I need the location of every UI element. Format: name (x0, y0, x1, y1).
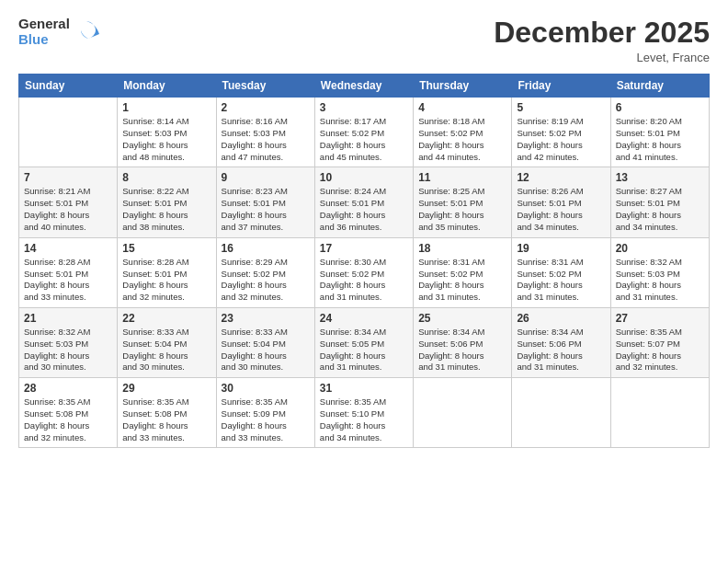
day-number: 18 (418, 242, 506, 255)
header: General Blue December 2025 Levet, France (18, 17, 710, 64)
calendar-week-row: 21Sunrise: 8:32 AM Sunset: 5:03 PM Dayli… (19, 307, 710, 377)
day-info: Sunrise: 8:34 AM Sunset: 5:06 PM Dayligh… (418, 327, 506, 373)
col-saturday: Saturday (610, 75, 709, 98)
day-number: 5 (517, 101, 605, 114)
day-number: 16 (222, 242, 310, 255)
day-info: Sunrise: 8:34 AM Sunset: 5:06 PM Dayligh… (517, 327, 605, 373)
day-number: 4 (418, 101, 506, 114)
table-row: 23Sunrise: 8:33 AM Sunset: 5:04 PM Dayli… (216, 307, 314, 377)
day-number: 26 (517, 312, 605, 325)
day-info: Sunrise: 8:32 AM Sunset: 5:03 PM Dayligh… (24, 327, 112, 373)
day-info: Sunrise: 8:18 AM Sunset: 5:02 PM Dayligh… (418, 116, 506, 163)
bird-icon (74, 17, 99, 47)
logo-blue: Blue (18, 32, 70, 48)
table-row: 16Sunrise: 8:29 AM Sunset: 5:02 PM Dayli… (216, 237, 314, 307)
col-friday: Friday (512, 75, 610, 98)
table-row: 20Sunrise: 8:32 AM Sunset: 5:03 PM Dayli… (610, 237, 709, 307)
day-number: 21 (24, 312, 112, 325)
day-number: 14 (24, 242, 112, 255)
table-row: 2Sunrise: 8:16 AM Sunset: 5:03 PM Daylig… (216, 98, 314, 167)
day-number: 30 (222, 382, 310, 395)
calendar-page: General Blue December 2025 Levet, France… (0, 0, 728, 563)
calendar-week-row: 28Sunrise: 8:35 AM Sunset: 5:08 PM Dayli… (19, 378, 710, 448)
day-info: Sunrise: 8:33 AM Sunset: 5:04 PM Dayligh… (222, 327, 310, 373)
day-info: Sunrise: 8:29 AM Sunset: 5:02 PM Dayligh… (222, 257, 310, 304)
location: Levet, France (494, 51, 710, 64)
table-row: 21Sunrise: 8:32 AM Sunset: 5:03 PM Dayli… (19, 307, 118, 377)
day-info: Sunrise: 8:31 AM Sunset: 5:02 PM Dayligh… (418, 257, 506, 304)
day-number: 6 (616, 101, 704, 114)
table-row: 9Sunrise: 8:23 AM Sunset: 5:01 PM Daylig… (216, 167, 314, 237)
day-number: 12 (517, 171, 605, 184)
day-info: Sunrise: 8:32 AM Sunset: 5:03 PM Dayligh… (616, 257, 704, 304)
day-info: Sunrise: 8:19 AM Sunset: 5:02 PM Dayligh… (517, 116, 605, 163)
table-row: 25Sunrise: 8:34 AM Sunset: 5:06 PM Dayli… (414, 307, 512, 377)
table-row: 22Sunrise: 8:33 AM Sunset: 5:04 PM Dayli… (118, 307, 216, 377)
col-tuesday: Tuesday (216, 75, 314, 98)
table-row: 6Sunrise: 8:20 AM Sunset: 5:01 PM Daylig… (610, 98, 709, 167)
calendar-week-row: 14Sunrise: 8:28 AM Sunset: 5:01 PM Dayli… (19, 237, 710, 307)
month-title: December 2025 (494, 17, 710, 49)
table-row: 31Sunrise: 8:35 AM Sunset: 5:10 PM Dayli… (314, 378, 413, 448)
table-row: 8Sunrise: 8:22 AM Sunset: 5:01 PM Daylig… (118, 167, 216, 237)
table-row: 12Sunrise: 8:26 AM Sunset: 5:01 PM Dayli… (512, 167, 610, 237)
day-number: 20 (616, 242, 704, 255)
day-number: 1 (122, 101, 210, 114)
day-info: Sunrise: 8:25 AM Sunset: 5:01 PM Dayligh… (418, 186, 506, 233)
day-info: Sunrise: 8:27 AM Sunset: 5:01 PM Dayligh… (616, 186, 704, 233)
day-number: 19 (517, 242, 605, 255)
table-row: 11Sunrise: 8:25 AM Sunset: 5:01 PM Dayli… (414, 167, 512, 237)
col-monday: Monday (118, 75, 216, 98)
day-number: 17 (320, 242, 408, 255)
day-info: Sunrise: 8:28 AM Sunset: 5:01 PM Dayligh… (122, 257, 210, 304)
day-info: Sunrise: 8:35 AM Sunset: 5:08 PM Dayligh… (122, 396, 210, 443)
calendar-table: Sunday Monday Tuesday Wednesday Thursday… (18, 74, 710, 448)
logo-general: General (18, 17, 70, 32)
day-info: Sunrise: 8:35 AM Sunset: 5:08 PM Dayligh… (24, 396, 112, 443)
day-number: 31 (320, 382, 408, 395)
day-info: Sunrise: 8:17 AM Sunset: 5:02 PM Dayligh… (320, 116, 408, 163)
table-row (414, 378, 512, 448)
table-row: 3Sunrise: 8:17 AM Sunset: 5:02 PM Daylig… (314, 98, 413, 167)
table-row: 27Sunrise: 8:35 AM Sunset: 5:07 PM Dayli… (610, 307, 709, 377)
day-number: 29 (122, 382, 210, 395)
table-row (610, 378, 709, 448)
table-row (19, 98, 118, 167)
day-info: Sunrise: 8:35 AM Sunset: 5:07 PM Dayligh… (616, 327, 704, 373)
logo: General Blue (18, 17, 99, 47)
day-info: Sunrise: 8:35 AM Sunset: 5:09 PM Dayligh… (222, 396, 310, 443)
day-info: Sunrise: 8:35 AM Sunset: 5:10 PM Dayligh… (320, 396, 408, 443)
table-row: 13Sunrise: 8:27 AM Sunset: 5:01 PM Dayli… (610, 167, 709, 237)
day-info: Sunrise: 8:24 AM Sunset: 5:01 PM Dayligh… (320, 186, 408, 233)
calendar-week-row: 1Sunrise: 8:14 AM Sunset: 5:03 PM Daylig… (19, 98, 710, 167)
day-number: 15 (122, 242, 210, 255)
day-number: 28 (24, 382, 112, 395)
day-info: Sunrise: 8:28 AM Sunset: 5:01 PM Dayligh… (24, 257, 112, 304)
day-info: Sunrise: 8:23 AM Sunset: 5:01 PM Dayligh… (222, 186, 310, 233)
day-number: 27 (616, 312, 704, 325)
day-number: 24 (320, 312, 408, 325)
day-info: Sunrise: 8:30 AM Sunset: 5:02 PM Dayligh… (320, 257, 408, 304)
table-row: 19Sunrise: 8:31 AM Sunset: 5:02 PM Dayli… (512, 237, 610, 307)
col-thursday: Thursday (414, 75, 512, 98)
table-row: 26Sunrise: 8:34 AM Sunset: 5:06 PM Dayli… (512, 307, 610, 377)
table-row: 30Sunrise: 8:35 AM Sunset: 5:09 PM Dayli… (216, 378, 314, 448)
col-sunday: Sunday (19, 75, 118, 98)
table-row: 4Sunrise: 8:18 AM Sunset: 5:02 PM Daylig… (414, 98, 512, 167)
table-row: 14Sunrise: 8:28 AM Sunset: 5:01 PM Dayli… (19, 237, 118, 307)
day-number: 25 (418, 312, 506, 325)
table-row: 10Sunrise: 8:24 AM Sunset: 5:01 PM Dayli… (314, 167, 413, 237)
day-number: 2 (222, 101, 310, 114)
day-info: Sunrise: 8:21 AM Sunset: 5:01 PM Dayligh… (24, 186, 112, 233)
day-number: 13 (616, 171, 704, 184)
table-row: 18Sunrise: 8:31 AM Sunset: 5:02 PM Dayli… (414, 237, 512, 307)
col-wednesday: Wednesday (314, 75, 413, 98)
calendar-week-row: 7Sunrise: 8:21 AM Sunset: 5:01 PM Daylig… (19, 167, 710, 237)
day-info: Sunrise: 8:16 AM Sunset: 5:03 PM Dayligh… (222, 116, 310, 163)
day-number: 23 (222, 312, 310, 325)
day-info: Sunrise: 8:34 AM Sunset: 5:05 PM Dayligh… (320, 327, 408, 373)
table-row: 29Sunrise: 8:35 AM Sunset: 5:08 PM Dayli… (118, 378, 216, 448)
title-section: December 2025 Levet, France (494, 17, 710, 64)
day-number: 8 (122, 171, 210, 184)
day-info: Sunrise: 8:20 AM Sunset: 5:01 PM Dayligh… (616, 116, 704, 163)
